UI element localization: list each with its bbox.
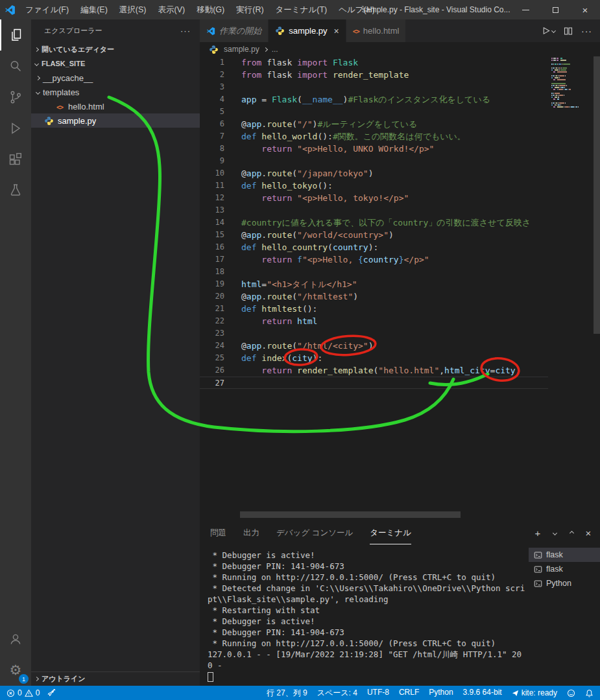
line-number[interactable]: 8: [200, 143, 224, 155]
code-line[interactable]: 24@app.route("/html/<city>"): [200, 340, 548, 352]
run-python-file-button[interactable]: [542, 27, 555, 35]
terminal-output[interactable]: * Debugger is active! * Debugger PIN: 14…: [208, 550, 529, 684]
status-interpreter[interactable]: 3.9.6 64-bit: [463, 688, 502, 699]
activity-accounts[interactable]: [0, 624, 31, 655]
line-number[interactable]: 1: [200, 56, 224, 69]
new-terminal-button[interactable]: +: [534, 528, 542, 539]
code-line[interactable]: 20@app.route("/htmltest"): [200, 290, 548, 303]
status-language[interactable]: Python: [429, 688, 453, 699]
tree-item-pycache[interactable]: __pycache__: [31, 71, 200, 85]
menu-file[interactable]: ファイル(F): [19, 0, 75, 19]
line-number[interactable]: 2: [200, 69, 224, 81]
line-number[interactable]: 15: [200, 229, 224, 241]
minimize-button[interactable]: [510, 0, 540, 19]
line-number[interactable]: 9: [200, 155, 224, 167]
code-editor[interactable]: 1from flask import Flask2from flask impo…: [200, 56, 548, 522]
code-line[interactable]: 6@app.route("/")#ルーティングをしている: [200, 118, 548, 130]
code-line[interactable]: 22 return html: [200, 315, 548, 327]
menu-go[interactable]: 移動(G): [191, 0, 230, 19]
line-number[interactable]: 12: [200, 192, 224, 204]
menu-edit[interactable]: 編集(E): [75, 0, 114, 19]
code-line[interactable]: 25def index(city):: [200, 352, 548, 364]
code-line[interactable]: 23: [200, 327, 548, 340]
code-line[interactable]: 12 return "<p>Hello, tokyo!</p>": [200, 192, 548, 204]
activity-settings[interactable]: ⚙ 1: [0, 655, 31, 686]
code-line[interactable]: 16def hello_country(country):: [200, 241, 548, 253]
code-line[interactable]: 21def htmltest():: [200, 303, 548, 315]
line-number[interactable]: 20: [200, 290, 224, 303]
close-tab-icon[interactable]: ×: [334, 26, 339, 36]
line-number[interactable]: 22: [200, 315, 224, 327]
code-line[interactable]: 14#countryに値を入れる事で、以下の「country」の引数に渡させて反…: [200, 216, 548, 229]
code-line[interactable]: 5: [200, 106, 548, 118]
line-number[interactable]: 7: [200, 130, 224, 143]
line-number[interactable]: 4: [200, 93, 224, 106]
code-line[interactable]: 8 return "<p>Hello, UNKO WOrkd!</p>": [200, 143, 548, 155]
activity-explorer[interactable]: [0, 19, 31, 51]
close-panel-button[interactable]: ×: [584, 528, 592, 539]
activity-testing[interactable]: [0, 175, 31, 206]
feedback-button[interactable]: [567, 689, 575, 697]
menu-view[interactable]: 表示(V): [152, 0, 191, 19]
section-outline[interactable]: アウトライン: [31, 671, 200, 686]
code-line[interactable]: 3: [200, 81, 548, 93]
tree-item-templates[interactable]: templates: [31, 85, 200, 99]
breadcrumb[interactable]: sample.py ...: [200, 42, 600, 56]
code-line[interactable]: 1from flask import Flask: [200, 56, 548, 69]
code-line[interactable]: 9: [200, 155, 548, 167]
panel-tab-terminal[interactable]: ターミナル: [370, 522, 411, 544]
line-number[interactable]: 24: [200, 340, 224, 352]
tree-item-hello-html[interactable]: <>hello.html: [31, 99, 200, 113]
code-line[interactable]: 11def hello_tokyo():: [200, 180, 548, 192]
code-line[interactable]: 15@app.route("/world/<country>"): [200, 229, 548, 241]
code-line[interactable]: 18: [200, 266, 548, 278]
line-number[interactable]: 11: [200, 180, 224, 192]
terminal-python[interactable]: Python: [529, 576, 600, 590]
panel-tab-output[interactable]: 出力: [243, 522, 259, 544]
status-eol[interactable]: CRLF: [399, 688, 419, 699]
kite-status[interactable]: kite: ready: [512, 688, 557, 697]
line-number[interactable]: 23: [200, 327, 224, 340]
launch-status[interactable]: [47, 689, 56, 697]
menu-run[interactable]: 実行(R): [230, 0, 269, 19]
status-cursor-position[interactable]: 行 27、列 9: [267, 688, 307, 699]
line-number[interactable]: 6: [200, 118, 224, 130]
code-line[interactable]: 27: [200, 377, 548, 389]
status-indentation[interactable]: スペース: 4: [317, 688, 357, 699]
line-number[interactable]: 21: [200, 303, 224, 315]
menu-terminal[interactable]: ターミナル(T): [270, 0, 333, 19]
terminal-flask-2[interactable]: flask: [529, 562, 600, 576]
status-encoding[interactable]: UTF-8: [367, 688, 389, 699]
code-line[interactable]: 26 return render_template("hello.html",h…: [200, 364, 548, 377]
line-number[interactable]: 5: [200, 106, 224, 118]
editor-horizontal-scrollbar[interactable]: [240, 511, 461, 518]
tree-item-sample-py[interactable]: sample.py: [31, 113, 200, 128]
notifications-button[interactable]: [585, 689, 594, 697]
line-number[interactable]: 25: [200, 352, 224, 364]
line-number[interactable]: 14: [200, 216, 224, 229]
menu-selection[interactable]: 選択(S): [114, 0, 152, 19]
terminal-dropdown-button[interactable]: [551, 528, 558, 539]
code-line[interactable]: 13: [200, 204, 548, 216]
terminal-flask-1[interactable]: flask: [529, 548, 600, 562]
line-number[interactable]: 27: [200, 377, 224, 388]
section-workspace[interactable]: FLASK_SITE: [31, 56, 200, 71]
line-number[interactable]: 19: [200, 278, 224, 290]
close-button[interactable]: ×: [570, 0, 600, 19]
split-editor-button[interactable]: [564, 27, 573, 36]
line-number[interactable]: 16: [200, 241, 224, 253]
line-number[interactable]: 13: [200, 204, 224, 216]
activity-search[interactable]: [0, 51, 31, 82]
editor-more-actions-button[interactable]: ···: [581, 26, 592, 36]
activity-source-control[interactable]: [0, 82, 31, 113]
activity-extensions[interactable]: [0, 144, 31, 175]
line-number[interactable]: 10: [200, 167, 224, 180]
code-line[interactable]: 17 return f"<p>Hello, {country}</p>": [200, 253, 548, 266]
line-number[interactable]: 17: [200, 253, 224, 266]
breadcrumb-file[interactable]: sample.py: [224, 45, 259, 54]
editor-vertical-scrollbar[interactable]: [594, 56, 600, 334]
minimap[interactable]: [548, 58, 594, 110]
code-line[interactable]: 10@app.route("/japan/tokyo"): [200, 167, 548, 180]
line-number[interactable]: 18: [200, 266, 224, 278]
section-open-editors[interactable]: 開いているエディター: [31, 42, 200, 56]
